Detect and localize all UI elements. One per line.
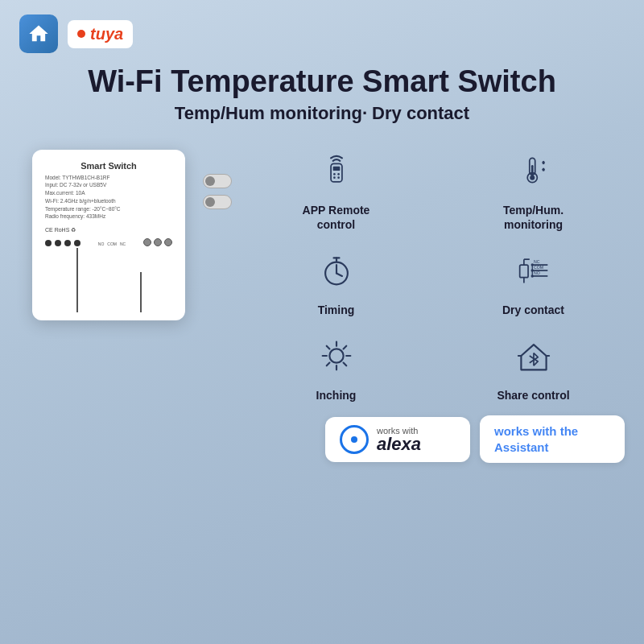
relay-icon: NC COM NO	[508, 245, 559, 296]
feature-share-control: Share control	[439, 330, 628, 402]
svg-rect-1	[332, 166, 340, 170]
feature-label-timing: Timing	[318, 303, 355, 317]
feature-label-share-control: Share control	[497, 388, 569, 402]
sun-icon	[311, 330, 362, 382]
feature-timing: Timing	[242, 245, 431, 317]
feature-label-dry-contact: Dry contact	[502, 303, 564, 317]
tuya-logo-dot	[77, 30, 85, 38]
tuya-logo-text: tuya	[90, 25, 123, 43]
svg-point-5	[337, 176, 340, 179]
svg-line-34	[326, 346, 329, 349]
svg-point-4	[333, 176, 336, 179]
feature-label-app-remote: APP Remotecontrol	[303, 203, 370, 232]
svg-point-2	[333, 173, 336, 175]
remote-icon	[311, 145, 362, 196]
svg-text:COM: COM	[534, 265, 543, 270]
svg-line-12	[336, 274, 342, 276]
svg-line-37	[326, 363, 329, 366]
terminal-screw	[143, 238, 151, 246]
feature-label-inching: Inching	[316, 388, 357, 402]
smart-home-icon	[19, 14, 58, 53]
feature-app-remote: APP Remotecontrol	[242, 145, 431, 232]
header: tuya	[0, 0, 644, 58]
device-box: Smart Switch Model: TYTHWB1CH-B1RF Input…	[32, 150, 209, 321]
assistant-badge: works with the Assistant	[480, 415, 625, 463]
svg-point-3	[337, 173, 340, 175]
svg-line-36	[343, 346, 346, 349]
device-body: Smart Switch Model: TYTHWB1CH-B1RF Input…	[32, 150, 185, 321]
switch-knob-2	[203, 195, 232, 209]
svg-text:NO: NO	[534, 270, 540, 275]
terminal-dot	[45, 240, 52, 246]
terminal-dots	[45, 240, 80, 246]
timer-icon	[311, 245, 362, 296]
svg-point-29	[329, 349, 343, 363]
feature-dry-contact: NC COM NO Dry contact	[439, 245, 628, 317]
alexa-ring-icon	[340, 425, 369, 454]
assistant-text: works with the Assistant	[494, 423, 610, 455]
svg-rect-0	[331, 163, 342, 182]
title-area: Wi-Fi Temperature Smart Switch Temp/Hum …	[0, 58, 644, 134]
thermometer-icon	[508, 145, 559, 196]
alexa-ring-dot	[351, 436, 357, 443]
terminal-dot	[55, 240, 61, 246]
feature-temp-hum: Temp/Hum.monitoring	[439, 145, 628, 232]
terminal-dot	[74, 240, 80, 246]
device-label: Smart Switch	[45, 161, 172, 171]
device-bottom: NOCOMNC	[45, 238, 172, 246]
feature-inching: Inching	[242, 330, 431, 402]
sub-title: Temp/Hum monitoring· Dry contact	[16, 103, 628, 124]
device-specs: Model: TYTHWB1CH-B1RF Input: DC 7-32v or…	[45, 174, 172, 221]
tuya-logo: tuya	[68, 20, 133, 48]
svg-rect-15	[519, 265, 527, 278]
switch-knob-1	[203, 174, 232, 188]
certifications: CE RoHS ♻	[45, 227, 172, 233]
alexa-text-block: works with alexa	[377, 426, 421, 453]
terminal-screw	[164, 238, 172, 246]
features-grid: APP Remotecontrol Temp/Hum.monitoring	[242, 142, 628, 403]
badges-area: works with alexa works with the Assistan…	[0, 411, 644, 471]
device-switches	[203, 174, 232, 209]
main-title: Wi-Fi Temperature Smart Switch	[16, 64, 628, 100]
alexa-badge: works with alexa	[325, 417, 470, 462]
device-area: Smart Switch Model: TYTHWB1CH-B1RF Input…	[16, 142, 225, 321]
svg-line-35	[343, 363, 346, 366]
svg-text:NC: NC	[534, 259, 540, 264]
svg-point-9	[530, 175, 535, 180]
feature-label-temp-hum: Temp/Hum.monitoring	[503, 203, 564, 232]
alexa-brand-label: alexa	[377, 436, 421, 453]
terminal-screw	[154, 238, 162, 246]
terminal-dot	[64, 240, 71, 246]
content-area: Smart Switch Model: TYTHWB1CH-B1RF Input…	[0, 134, 644, 411]
bluetooth-house-icon	[508, 330, 559, 382]
